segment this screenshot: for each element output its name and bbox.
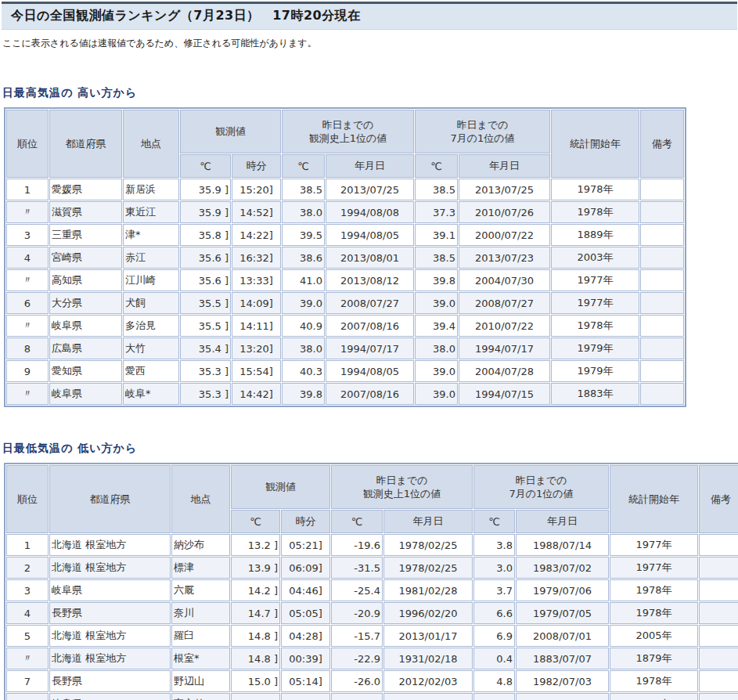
prefecture-cell: 岐阜県	[49, 383, 122, 405]
start-year-cell: 1979年	[551, 337, 639, 359]
observed-temp-cell: 14.2 ]	[231, 579, 280, 601]
observed-temp-cell: 14.8 ]	[231, 625, 280, 647]
prefecture-cell: 高知県	[49, 269, 122, 291]
prefecture-cell: 北海道 根室地方	[49, 557, 171, 579]
july-date-cell: 2010/07/26	[459, 201, 550, 223]
remarks-cell	[640, 201, 684, 223]
rank-cell: 4	[6, 247, 49, 269]
remarks-cell	[699, 625, 738, 647]
prefecture-cell: 岐阜県	[49, 315, 122, 337]
station-cell: 奈川	[171, 602, 230, 624]
prefecture-cell: 愛知県	[49, 360, 122, 382]
july-temp-cell: 0.4	[473, 648, 515, 669]
record-date-cell: 1996/02/20	[383, 602, 473, 624]
station-cell: 根室*	[171, 648, 230, 669]
start-year-cell: 1977年	[551, 292, 639, 314]
record-date-cell: 1981/02/28	[383, 579, 473, 601]
record-date-cell: 2007/08/16	[326, 383, 414, 405]
observed-temp-cell: 15.2 ]	[231, 693, 280, 700]
table-row: 〃岐阜県多治見35.5 ]14:11]40.92007/08/1639.4201…	[6, 315, 684, 337]
start-year-cell: 1889年	[551, 224, 639, 246]
july-date-cell: 1994/07/15	[459, 383, 550, 405]
rank-header: 順位	[6, 465, 49, 533]
observed-time-cell: 05:05]	[281, 602, 330, 624]
start-year-cell: 2003年	[551, 247, 639, 269]
start-year-cell: 1978年	[610, 693, 698, 700]
july-date-cell: 2000/07/22	[459, 224, 550, 246]
record-date-cell: 2008/07/27	[326, 292, 414, 314]
remarks-cell	[640, 383, 684, 405]
observed-temp-cell: 35.3 ]	[180, 383, 231, 405]
station-cell: 新居浜	[123, 179, 179, 200]
station-cell: 野辺山	[171, 670, 230, 692]
july-temp-cell: 38.5	[415, 247, 458, 269]
record-date-cell: 2013/07/25	[326, 179, 414, 200]
time-header: 時分	[232, 154, 281, 178]
station-header: 地点	[123, 110, 179, 178]
prefecture-cell: 岐阜県	[49, 579, 171, 601]
observed-time-cell: 14:42]	[232, 383, 281, 405]
observed-temp-cell: 35.8 ]	[180, 224, 231, 246]
july-date-cell: 2013/07/25	[459, 179, 550, 200]
july-date-header: 年月日	[516, 510, 609, 533]
record-date-cell: 1994/08/08	[326, 201, 414, 223]
observed-time-cell: 05:14]	[281, 670, 330, 692]
rank-cell: 3	[6, 579, 49, 601]
july-record-header-line1: 昨日までの	[417, 118, 548, 132]
start-year-cell: 1977年	[551, 269, 639, 291]
remarks-cell	[640, 360, 684, 382]
observed-temp-cell: 13.2 ]	[231, 534, 280, 556]
station-cell: 羅臼	[171, 625, 230, 647]
july-date-cell: 1988/07/14	[516, 534, 609, 556]
start-year-cell: 1978年	[551, 179, 639, 200]
time-header: 時分	[281, 510, 330, 533]
record-temp-cell: -25.4	[331, 579, 383, 601]
table-row: 4長野県奈川14.7 ]05:05]-20.91996/02/206.61979…	[6, 602, 738, 624]
record-header: 昨日までの 観測史上1位の値	[331, 465, 473, 509]
july-date-cell: 1979/07/06	[516, 579, 609, 601]
prefecture-cell: 宮崎県	[49, 247, 122, 269]
start-year-cell: 1977年	[610, 534, 698, 556]
prefecture-cell: 北海道 根室地方	[49, 625, 171, 647]
july-temp-cell: 38.0	[415, 337, 458, 359]
record-header-line2: 観測史上1位の値	[284, 132, 412, 145]
record-temp-unit-header: ℃	[282, 154, 325, 178]
prefecture-cell: 愛媛県	[49, 179, 122, 200]
table-header: 順位 都道府県 地点 観測値 昨日までの 観測史上1位の値 昨日までの 7月の1…	[6, 465, 738, 533]
start-year-cell: 1978年	[610, 602, 698, 624]
july-temp-cell: 3.7	[473, 579, 515, 601]
remarks-cell	[699, 670, 738, 692]
station-cell: 江川崎	[123, 269, 179, 291]
remarks-cell	[699, 693, 738, 700]
table-row: 8岐阜県宮之前15.2 ]05:09]-20.31981/02/284.3 ]1…	[6, 693, 738, 700]
observed-time-cell: 00:39]	[281, 648, 330, 669]
start-year-cell: 1978年	[551, 315, 639, 337]
table-row: 4宮崎県赤江35.6 ]16:32]38.62013/08/0138.52013…	[6, 247, 684, 269]
prefecture-cell: 岐阜県	[49, 693, 171, 700]
july-date-header: 年月日	[459, 154, 550, 178]
july-temp-cell: 39.1	[415, 224, 458, 246]
observed-temp-cell: 35.9 ]	[180, 201, 231, 223]
july-date-cell: 1994/07/17	[459, 337, 550, 359]
station-cell: 赤江	[123, 247, 179, 269]
start-year-cell: 1978年	[610, 670, 698, 692]
record-date-cell: 1994/07/17	[326, 337, 414, 359]
remarks-cell	[640, 337, 684, 359]
rank-cell: 〃	[6, 269, 49, 291]
table-body: 1北海道 根室地方納沙布13.2 ]05:21]-19.61978/02/253…	[6, 534, 738, 700]
min-temp-table: 順位 都道府県 地点 観測値 昨日までの 観測史上1位の値 昨日までの 7月の1…	[4, 463, 738, 700]
remarks-cell	[699, 579, 738, 601]
record-date-cell: 1978/02/25	[383, 557, 473, 579]
prefecture-cell: 三重県	[49, 224, 122, 246]
july-date-cell: 2008/07/27	[459, 292, 550, 314]
rank-cell: 5	[6, 625, 49, 647]
record-date-cell: 1978/02/25	[383, 534, 473, 556]
observed-temp-cell: 14.8 ]	[231, 648, 280, 669]
observed-time-cell: 14:22]	[232, 224, 281, 246]
observed-time-cell: 06:09]	[281, 557, 330, 579]
record-date-cell: 1981/02/28	[383, 693, 473, 700]
table-body: 1愛媛県新居浜35.9 ]15:20]38.52013/07/2538.5201…	[6, 179, 684, 405]
table-row: 5北海道 根室地方羅臼14.8 ]04:28]-15.72013/01/176.…	[6, 625, 738, 647]
record-header-line1: 昨日までの	[333, 474, 470, 487]
prefecture-cell: 長野県	[49, 670, 171, 692]
